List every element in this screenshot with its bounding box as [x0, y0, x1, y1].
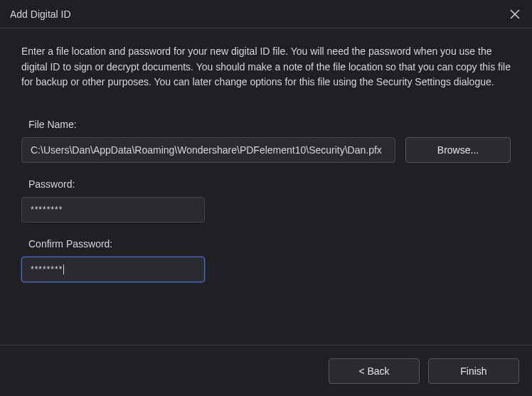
confirm-password-label: Confirm Password: — [21, 238, 511, 250]
file-name-group: File Name: Browse... — [21, 119, 511, 163]
file-name-row: Browse... — [21, 137, 511, 163]
browse-button[interactable]: Browse... — [405, 137, 511, 163]
text-caret — [63, 264, 64, 274]
window-title: Add Digital ID — [10, 9, 71, 20]
confirm-password-input[interactable]: ******** — [21, 257, 205, 282]
password-label: Password: — [21, 178, 511, 190]
description-text: Enter a file location and password for y… — [21, 44, 511, 90]
password-group: Password: — [21, 178, 511, 223]
file-name-input[interactable] — [21, 137, 395, 163]
titlebar: Add Digital ID — [0, 0, 532, 28]
password-input[interactable] — [21, 197, 205, 223]
dialog-footer: < Back Finish — [0, 345, 532, 396]
finish-button[interactable]: Finish — [428, 358, 519, 384]
back-button[interactable]: < Back — [329, 358, 420, 384]
file-name-label: File Name: — [21, 119, 511, 130]
close-icon[interactable] — [508, 7, 522, 21]
confirm-password-group: Confirm Password: ******** — [21, 238, 511, 282]
dialog-content: Enter a file location and password for y… — [0, 28, 532, 282]
confirm-password-value: ******** — [31, 264, 63, 274]
